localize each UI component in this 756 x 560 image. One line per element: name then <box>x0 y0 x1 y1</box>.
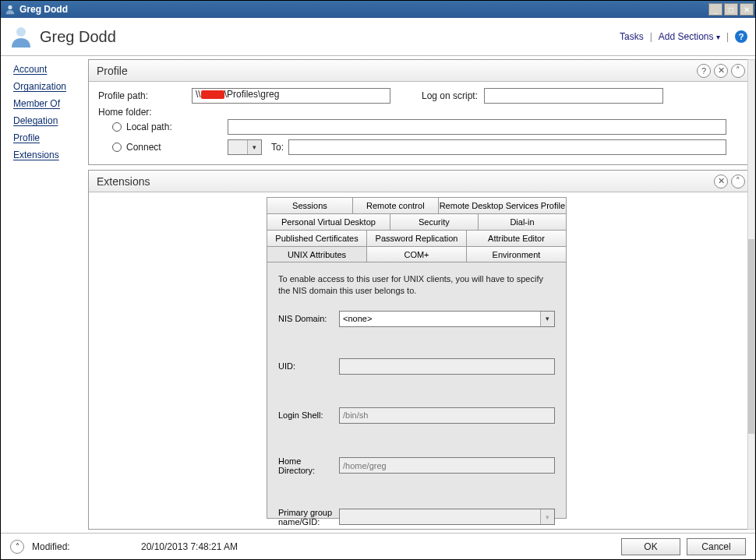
login-shell-value: /bin/sh <box>343 410 368 420</box>
svg-point-1 <box>16 27 26 37</box>
tasks-link[interactable]: Tasks <box>620 31 644 42</box>
user-icon <box>4 3 16 16</box>
local-path-input[interactable] <box>228 119 726 135</box>
body: Account Organization Member Of Delegatio… <box>1 55 755 533</box>
to-label: To: <box>271 142 284 153</box>
collapse-icon[interactable]: ˄ <box>731 174 745 188</box>
add-sections-label: Add Sections <box>659 31 714 42</box>
minimize-button[interactable]: _ <box>708 3 722 16</box>
tab-published-certificates[interactable]: Published Certificates <box>267 230 367 246</box>
tab-rds-profile[interactable]: Remote Desktop Services Profile <box>438 197 567 213</box>
profile-path-suffix: \Profiles\greg <box>224 89 280 100</box>
help-icon[interactable]: ? <box>735 30 747 43</box>
titlebar: Greg Dodd _ □ ✕ <box>1 1 755 18</box>
expand-icon[interactable]: ˄ <box>10 540 24 554</box>
primary-gid-select[interactable]: ▾ <box>339 509 555 525</box>
window-title: Greg Dodd <box>19 4 707 15</box>
tab-password-replication[interactable]: Password Replication <box>366 230 467 246</box>
page-title: Greg Dodd <box>40 28 620 46</box>
profile-path-input[interactable]: \\\Profiles\greg <box>192 88 390 104</box>
sidebar-item-profile[interactable]: Profile <box>1 129 85 146</box>
ok-button[interactable]: OK <box>621 538 680 555</box>
tab-unix-attributes[interactable]: UNIX Attributes <box>267 246 367 262</box>
user-icon <box>9 24 34 49</box>
extensions-tabstrip: Sessions Remote control Remote Desktop S… <box>267 197 567 519</box>
extensions-section-header: Extensions ✕ ˄ <box>89 171 750 192</box>
sidebar-item-member-of[interactable]: Member Of <box>1 95 85 112</box>
profile-section-header: Profile ? ✕ ˄ <box>89 60 750 82</box>
connect-radio[interactable] <box>112 143 122 152</box>
close-button[interactable]: ✕ <box>740 3 754 16</box>
sidebar: Account Organization Member Of Delegatio… <box>1 56 85 533</box>
home-folder-label: Home folder: <box>98 107 192 118</box>
tab-personal-virtual-desktop[interactable]: Personal Virtual Desktop <box>267 213 390 230</box>
nis-domain-label: NIS Domain: <box>278 314 339 323</box>
close-icon[interactable]: ✕ <box>714 64 728 78</box>
cancel-button[interactable]: Cancel <box>687 538 746 555</box>
chevron-down-icon: ▾ <box>540 509 554 524</box>
login-shell-label: Login Shell: <box>278 410 339 420</box>
uid-input[interactable] <box>339 358 555 375</box>
profile-path-label: Profile path: <box>98 90 192 101</box>
redacted-server <box>201 90 224 99</box>
extensions-section: Extensions ✕ ˄ Sessions Remote control R… <box>88 170 751 530</box>
drive-select[interactable]: ▾ <box>228 139 262 155</box>
maximize-button[interactable]: □ <box>724 3 738 16</box>
help-icon[interactable]: ? <box>697 64 711 78</box>
add-sections-link[interactable]: Add Sections ▾ <box>659 31 720 42</box>
modified-value: 20/10/2013 7:48:21 AM <box>141 541 621 552</box>
profile-path-prefix: \\ <box>196 89 201 100</box>
separator: | <box>650 31 652 42</box>
tab-complus[interactable]: COM+ <box>366 246 467 262</box>
header: Greg Dodd Tasks | Add Sections ▾ | ? <box>1 18 755 55</box>
sidebar-item-delegation[interactable]: Delegation <box>1 112 85 129</box>
primary-gid-label: Primary group name/GID: <box>278 508 339 527</box>
collapse-icon[interactable]: ˄ <box>731 64 745 78</box>
nis-domain-value: <none> <box>343 314 372 323</box>
tab-security[interactable]: Security <box>390 213 479 230</box>
scrollbar[interactable] <box>747 59 755 530</box>
home-directory-value: /home/greg <box>343 461 387 470</box>
tab-attribute-editor[interactable]: Attribute Editor <box>466 230 567 246</box>
extensions-section-body: Sessions Remote control Remote Desktop S… <box>89 192 750 527</box>
content: Profile ? ✕ ˄ Profile path: \\\Profiles\… <box>85 56 755 533</box>
logon-script-input[interactable] <box>484 88 663 104</box>
profile-section: Profile ? ✕ ˄ Profile path: \\\Profiles\… <box>88 59 751 165</box>
unix-attributes-panel: To enable access to this user for UNIX c… <box>267 262 567 519</box>
scrollbar-thumb[interactable] <box>748 239 754 434</box>
svg-point-0 <box>8 5 12 9</box>
logon-script-label: Log on script: <box>422 90 484 101</box>
sidebar-item-organization[interactable]: Organization <box>1 78 85 95</box>
nis-domain-select[interactable]: <none> ▾ <box>339 311 555 327</box>
window-controls: _ □ ✕ <box>707 3 754 16</box>
sidebar-item-account[interactable]: Account <box>1 61 85 78</box>
profile-section-title: Profile <box>97 65 694 77</box>
statusbar: ˄ Modified: 20/10/2013 7:48:21 AM OK Can… <box>1 533 755 559</box>
header-actions: Tasks | Add Sections ▾ | ? <box>620 30 747 43</box>
tab-environment[interactable]: Environment <box>466 246 567 262</box>
separator: | <box>726 31 729 42</box>
close-icon[interactable]: ✕ <box>714 174 728 188</box>
connect-label: Connect <box>126 142 228 153</box>
local-path-label: Local path: <box>126 122 228 132</box>
home-directory-input[interactable]: /home/greg <box>339 457 555 474</box>
window: Greg Dodd _ □ ✕ Greg Dodd Tasks | Add Se… <box>0 0 756 560</box>
chevron-down-icon: ▾ <box>540 312 554 326</box>
modified-label: Modified: <box>32 541 79 552</box>
extensions-section-title: Extensions <box>97 175 711 188</box>
sidebar-item-extensions[interactable]: Extensions <box>1 146 85 164</box>
profile-section-body: Profile path: \\\Profiles\greg Log on sc… <box>89 82 750 164</box>
tab-dial-in[interactable]: Dial-in <box>478 213 567 230</box>
login-shell-input[interactable]: /bin/sh <box>339 407 555 424</box>
tab-remote-control[interactable]: Remote control <box>352 197 439 213</box>
home-directory-label: Home Directory: <box>278 456 339 475</box>
chevron-down-icon: ▾ <box>247 140 261 154</box>
local-path-radio[interactable] <box>112 122 122 132</box>
unix-intro-text: To enable access to this user for UNIX c… <box>278 273 555 297</box>
uid-label: UID: <box>278 361 339 371</box>
connect-to-input[interactable] <box>288 139 726 155</box>
chevron-down-icon: ▾ <box>716 33 720 41</box>
tab-sessions[interactable]: Sessions <box>267 197 353 213</box>
